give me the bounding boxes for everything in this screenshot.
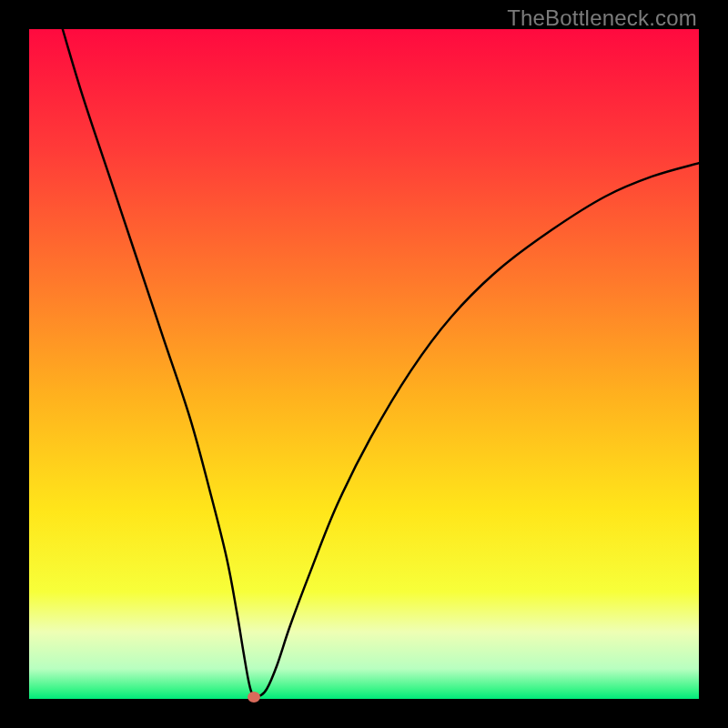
plot-frame: [29, 29, 699, 699]
optimal-point-marker: [248, 692, 260, 703]
bottleneck-curve: [29, 29, 699, 699]
watermark-text: TheBottleneck.com: [507, 5, 697, 31]
